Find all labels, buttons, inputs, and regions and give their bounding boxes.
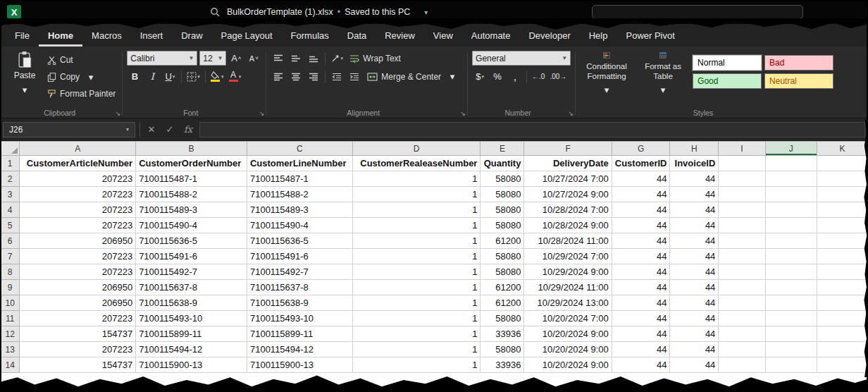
cell-I4[interactable] bbox=[719, 202, 765, 218]
cell-H3[interactable]: 44 bbox=[670, 187, 719, 202]
cell-J14[interactable] bbox=[765, 357, 817, 373]
font-size-combo[interactable]: 12▼ bbox=[199, 51, 226, 66]
cell-H11[interactable]: 44 bbox=[670, 311, 719, 326]
cell-H14[interactable]: 44 bbox=[670, 357, 719, 373]
cell-H10[interactable]: 44 bbox=[670, 295, 719, 311]
cell-C13[interactable]: 7100115494-12 bbox=[247, 342, 352, 357]
cell-F1[interactable]: DeliveryDate bbox=[524, 156, 612, 171]
cell-E8[interactable]: 58080 bbox=[480, 264, 524, 280]
titlebar-box[interactable] bbox=[592, 5, 803, 19]
cell-K10[interactable] bbox=[817, 295, 867, 311]
top-align-button[interactable] bbox=[271, 51, 286, 66]
cell-A10[interactable]: 206950 bbox=[20, 295, 136, 311]
cell-G9[interactable]: 44 bbox=[612, 280, 670, 295]
font-name-combo[interactable]: Calibri▼ bbox=[127, 51, 197, 66]
cell-C10[interactable]: 7100115638-9 bbox=[247, 295, 352, 311]
cell-D13[interactable]: 1 bbox=[352, 342, 480, 357]
cell-style-normal[interactable]: Normal bbox=[693, 55, 762, 71]
col-header-D[interactable]: D bbox=[352, 142, 480, 156]
accounting-format-button[interactable]: $▾ bbox=[472, 69, 488, 84]
cell-E5[interactable]: 58080 bbox=[480, 218, 524, 233]
row-header-5[interactable]: 5 bbox=[1, 218, 20, 233]
enter-icon[interactable]: ✓ bbox=[163, 124, 177, 135]
cell-I2[interactable] bbox=[719, 171, 765, 187]
increase-indent-button[interactable] bbox=[347, 69, 362, 84]
cell-K11[interactable] bbox=[817, 311, 867, 326]
cell-C14[interactable]: 7100115900-13 bbox=[247, 357, 352, 373]
paste-button[interactable]: Paste ▾ bbox=[8, 51, 41, 97]
cell-F9[interactable]: 10/29/2024 11:00 bbox=[524, 280, 612, 295]
cell-F2[interactable]: 10/27/2024 7:00 bbox=[524, 171, 612, 187]
cell-K3[interactable] bbox=[817, 187, 867, 202]
cell-J12[interactable] bbox=[765, 326, 817, 342]
cell-B14[interactable]: 7100115900-13 bbox=[136, 357, 247, 373]
col-header-F[interactable]: F bbox=[524, 142, 612, 156]
cell-B8[interactable]: 7100115492-7 bbox=[136, 264, 247, 280]
cell-K8[interactable] bbox=[817, 264, 867, 280]
cell-D9[interactable]: 1 bbox=[352, 280, 480, 295]
cell-F12[interactable]: 10/20/2024 9:00 bbox=[524, 326, 612, 342]
merge-center-button[interactable]: Merge & Center ▾ bbox=[364, 69, 463, 84]
cell-style-neutral[interactable]: Neutral bbox=[764, 73, 833, 89]
italic-button[interactable]: I bbox=[144, 69, 160, 84]
cell-H9[interactable]: 44 bbox=[670, 280, 719, 295]
cell-D14[interactable]: 1 bbox=[352, 357, 480, 373]
ribbon-tab-formulas[interactable]: Formulas bbox=[282, 24, 338, 47]
cell-A4[interactable]: 207223 bbox=[20, 202, 136, 218]
alignment-dialog-launcher-icon[interactable]: ↘ bbox=[461, 110, 466, 117]
ribbon-tab-page-layout[interactable]: Page Layout bbox=[212, 24, 282, 47]
cell-J6[interactable] bbox=[765, 233, 817, 249]
cell-E10[interactable]: 61200 bbox=[480, 295, 524, 311]
cell-K4[interactable] bbox=[817, 202, 867, 218]
document-title[interactable]: BulkOrderTemplate (1).xlsx • Saved to th… bbox=[227, 7, 428, 17]
row-header-3[interactable]: 3 bbox=[1, 187, 20, 202]
cell-J10[interactable] bbox=[765, 295, 817, 311]
cell-F6[interactable]: 10/28/2024 11:00 bbox=[524, 233, 612, 249]
row-header-12[interactable]: 12 bbox=[1, 326, 20, 342]
cell-A11[interactable]: 207223 bbox=[20, 311, 136, 326]
cell-A2[interactable]: 207223 bbox=[20, 171, 136, 187]
cell-style-bad[interactable]: Bad bbox=[764, 55, 833, 71]
cell-G11[interactable]: 44 bbox=[612, 311, 670, 326]
orientation-button[interactable]: ▾ bbox=[329, 51, 345, 66]
name-box[interactable]: J26 ▾ bbox=[3, 122, 135, 137]
cell-F3[interactable]: 10/27/2024 9:00 bbox=[524, 187, 612, 202]
cell-H2[interactable]: 44 bbox=[670, 171, 719, 187]
cell-F13[interactable]: 10/20/2024 9:00 bbox=[524, 342, 612, 357]
cell-I14[interactable] bbox=[719, 357, 765, 373]
clipboard-dialog-launcher-icon[interactable]: ↘ bbox=[116, 110, 121, 117]
col-header-A[interactable]: A bbox=[20, 142, 136, 156]
ribbon-tab-data[interactable]: Data bbox=[338, 24, 376, 47]
cell-H5[interactable]: 44 bbox=[670, 218, 719, 233]
ribbon-tab-developer[interactable]: Developer bbox=[519, 24, 579, 47]
copy-button[interactable]: Copy ▾ bbox=[45, 70, 118, 84]
ribbon-tab-help[interactable]: Help bbox=[580, 24, 617, 47]
cell-I8[interactable] bbox=[719, 264, 765, 280]
cell-H4[interactable]: 44 bbox=[670, 202, 719, 218]
cell-B11[interactable]: 7100115493-10 bbox=[136, 311, 247, 326]
number-format-combo[interactable]: General▼ bbox=[472, 51, 571, 66]
cell-E14[interactable]: 33936 bbox=[480, 357, 524, 373]
cell-K13[interactable] bbox=[817, 342, 867, 357]
excel-logo-icon[interactable]: X bbox=[7, 5, 21, 19]
cell-H12[interactable]: 44 bbox=[670, 326, 719, 342]
align-left-button[interactable] bbox=[271, 69, 286, 84]
cut-button[interactable]: Cut bbox=[45, 53, 118, 67]
cell-E4[interactable]: 58080 bbox=[480, 202, 524, 218]
cell-E13[interactable]: 58080 bbox=[480, 342, 524, 357]
chevron-down-icon[interactable]: ▾ bbox=[424, 8, 428, 16]
cell-I3[interactable] bbox=[719, 187, 765, 202]
percent-style-button[interactable]: % bbox=[490, 69, 505, 84]
cell-F7[interactable]: 10/29/2024 7:00 bbox=[524, 249, 612, 264]
cell-A5[interactable]: 207223 bbox=[20, 218, 136, 233]
comma-style-button[interactable]: , bbox=[507, 69, 523, 84]
cell-I5[interactable] bbox=[719, 218, 765, 233]
cell-G2[interactable]: 44 bbox=[612, 171, 670, 187]
cell-B3[interactable]: 7100115488-2 bbox=[136, 187, 247, 202]
cell-I13[interactable] bbox=[719, 342, 765, 357]
cell-C7[interactable]: 7100115491-6 bbox=[247, 249, 352, 264]
cell-K2[interactable] bbox=[817, 171, 867, 187]
row-header-10[interactable]: 10 bbox=[1, 295, 20, 311]
cell-C6[interactable]: 7100115636-5 bbox=[247, 233, 352, 249]
align-center-button[interactable] bbox=[288, 69, 304, 84]
